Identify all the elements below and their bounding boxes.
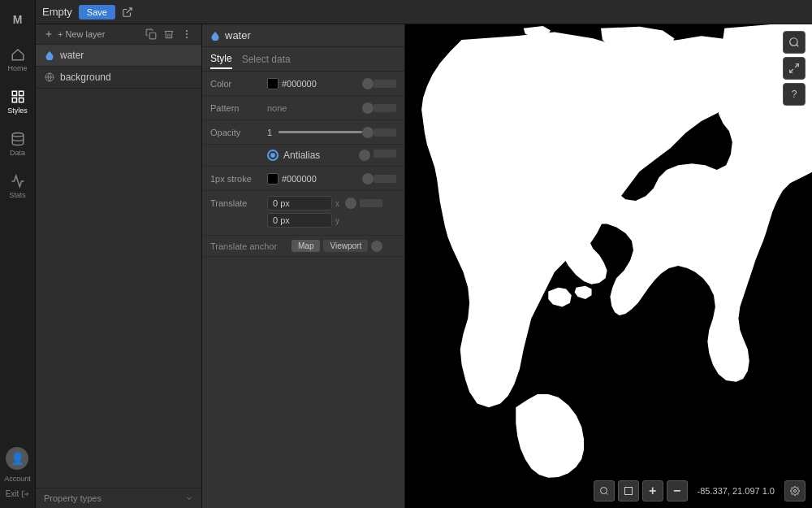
svg-point-20 [600,488,607,494]
antialias-radio-dot [270,153,275,158]
svg-rect-22 [624,488,632,495]
svg-rect-2 [19,98,23,102]
exit-icon [21,490,29,498]
anchor-circle-btn[interactable] [371,241,382,252]
svg-rect-3 [12,98,16,102]
map-controls-bottom: + − -85.337, 21.097 1.0 [594,480,806,501]
opacity-circle-btn[interactable] [362,127,374,138]
color-row: Color #000000 [202,72,404,96]
anchor-map-btn[interactable]: Map [292,240,320,252]
pattern-circle-btn[interactable] [362,102,374,114]
zoom-out-btn[interactable]: − [667,480,688,501]
props-tabs: Style Select data [202,47,404,72]
delete-icon[interactable] [162,28,175,41]
sidebar-item-styles[interactable]: Styles [3,81,32,122]
antialias-radio[interactable] [267,150,279,161]
pattern-row: Pattern none [202,96,404,120]
pattern-dash-btn[interactable] [374,104,396,112]
sidebar-item-stats[interactable]: Stats [3,166,32,206]
pattern-label: Pattern [210,103,267,113]
property-types-label: Property types [44,493,102,503]
water-layer-icon [44,50,55,61]
save-button[interactable]: Save [79,5,115,20]
svg-rect-9 [149,33,156,39]
svg-line-18 [795,64,798,67]
zoom-search-btn[interactable] [594,480,615,501]
zoom-to-fit-btn[interactable] [783,31,806,54]
translate-x-dash-btn[interactable] [360,199,382,207]
content-area: + New layer [36,24,812,508]
layer-panel: + New layer [36,24,202,508]
layer-toolbar: + New layer [36,24,201,45]
color-hex[interactable]: #000000 [282,79,317,89]
translate-x-circle-btn[interactable] [345,198,356,209]
antialias-circle-btn[interactable] [359,150,370,161]
anchor-buttons: Map Viewport [292,240,368,252]
opacity-row: Opacity 1 [202,120,404,145]
duplicate-icon[interactable] [145,28,158,41]
tab-select-data[interactable]: Select data [242,50,291,68]
opacity-dash-btn[interactable] [374,128,396,137]
translate-y-input[interactable] [267,213,332,228]
sidebar-item-styles-label: Styles [7,106,28,115]
settings-btn[interactable] [784,480,806,501]
anchor-viewport-btn[interactable]: Viewport [323,240,368,252]
translate-y-row: y [267,213,396,228]
help-btn[interactable]: ? [783,83,806,106]
translate-y-axis: y [335,216,342,225]
avatar: 👤 [6,447,28,470]
antialias-row: Antialias [202,145,404,167]
main-panel: Empty Save + New layer [36,0,812,508]
map-area[interactable]: ? + − [405,24,812,508]
sidebar-item-data[interactable]: Data [3,124,32,164]
chevron-down-icon [185,494,193,502]
antialias-dash-btn[interactable] [374,150,396,158]
sidebar-item-data-label: Data [10,149,25,157]
stroke-dash-btn[interactable] [374,175,396,183]
svg-rect-0 [12,91,16,95]
zoom-in-btn[interactable]: + [642,480,663,501]
layer-item-background[interactable]: background [36,67,201,89]
fullscreen-btn[interactable] [783,57,806,80]
water-layer-label: water [60,50,84,61]
water-icon [210,31,220,41]
color-value: #000000 [267,78,362,89]
svg-point-10 [186,30,187,31]
sidebar-item-stats-label: Stats [9,191,26,199]
exit-button[interactable]: Exit [2,486,33,501]
svg-line-6 [127,7,132,12]
external-link-icon[interactable] [122,7,133,18]
color-label: Color [210,79,267,89]
translate-x-row: x [267,196,396,211]
more-icon[interactable] [180,28,193,41]
opacity-text: 1 [267,128,272,137]
new-layer-button[interactable]: + New layer [44,29,105,39]
topbar: Empty Save [36,0,812,24]
tab-style[interactable]: Style [210,50,232,69]
stroke-hex[interactable]: #000000 [282,174,317,184]
zoom-out-icon: − [673,484,680,498]
exit-label: Exit [6,489,19,498]
color-dash-btn[interactable] [374,80,396,88]
account-label: Account [4,475,31,483]
stroke-row: 1px stroke #000000 [202,167,404,191]
properties-panel: water Style Select data Color #000000 Pa… [202,24,405,508]
stroke-swatch[interactable] [267,173,279,185]
layer-item-water[interactable]: water [36,45,201,67]
fit-bounds-btn[interactable] [618,480,639,501]
new-layer-label: + New layer [58,29,105,39]
zoom-in-icon: + [649,484,656,498]
layer-name-label: water [225,29,251,41]
svg-line-19 [790,69,793,72]
svg-line-21 [606,493,607,494]
color-swatch[interactable] [267,78,279,89]
color-circle-btn[interactable] [362,78,374,89]
opacity-label: Opacity [210,128,267,137]
translate-x-axis: x [335,199,342,208]
sidebar-item-home[interactable]: Home [3,39,32,80]
translate-x-input[interactable] [267,196,332,211]
help-icon: ? [792,89,797,100]
plus-icon [44,29,54,39]
stroke-circle-btn[interactable] [362,173,374,185]
property-types-button[interactable]: Property types [36,488,201,508]
